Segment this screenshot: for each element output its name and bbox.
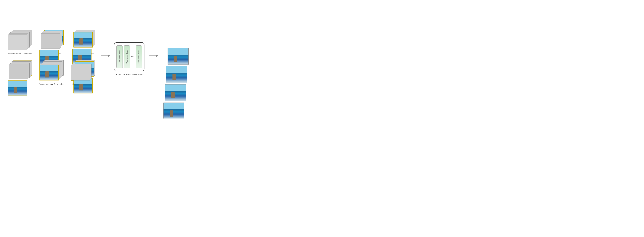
- output-frame-3: [165, 84, 186, 101]
- arrow-2: [144, 53, 162, 58]
- output-section: [162, 48, 190, 71]
- frame-5: [8, 34, 27, 50]
- img2vid-item: Image-to-video Generation: [38, 60, 65, 89]
- bidirectional-item: Bi-directional Video Prediction: [38, 30, 65, 58]
- transformer-block-1-label: Transformer Block: [118, 50, 121, 64]
- input-grid: Unconditional Generation Bi-directional …: [7, 30, 96, 89]
- frame-5: [71, 65, 90, 80]
- bidirectional-stack: [40, 30, 64, 51]
- interpolation-item: Arbitrary Video Interpolation: [7, 60, 33, 89]
- output-frame-2: [166, 66, 187, 83]
- unconditional-stack: [8, 30, 32, 51]
- unconditional-item: Unconditional Generation: [7, 30, 33, 58]
- frame-4: [9, 64, 28, 79]
- arrow-2-icon: [148, 53, 158, 58]
- svg-marker-3: [156, 54, 158, 57]
- transformer-block-3-label: Transformer Block: [138, 50, 140, 64]
- completion-top-stack: [71, 30, 96, 51]
- transformer-dots: ···: [131, 55, 134, 59]
- output-stack: [162, 48, 190, 71]
- svg-marker-1: [108, 54, 110, 57]
- transformer-caption: Video Diffusion Transformer: [116, 73, 142, 76]
- img2vid-stack: [40, 60, 64, 81]
- spatiotemporal-stack: [71, 60, 96, 81]
- arrow-1-icon: [100, 53, 110, 58]
- unconditional-label: Unconditional Generation: [8, 52, 32, 55]
- transformer-section: Transformer Block Transformer Block ··· …: [114, 42, 144, 76]
- frame-5: [8, 80, 27, 96]
- output-frame-4: [163, 102, 184, 118]
- main-diagram: Unconditional Generation Bi-directional …: [0, 0, 322, 118]
- transformer-block-2-label: Transformer Block: [126, 50, 128, 64]
- completion-top-item: Spatial-Temporal Video Completion: [70, 30, 96, 58]
- arrow-1: [96, 53, 114, 58]
- output-frame-1: [168, 48, 188, 65]
- transformer-box-inner: Transformer Block Transformer Block ··· …: [114, 42, 144, 71]
- spatiotemporal-item: Spatial-Temporal Video Completion: [70, 60, 96, 89]
- frame-4: [41, 33, 60, 49]
- frame-3: [74, 32, 93, 48]
- interpolation-stack: [8, 60, 32, 81]
- img2vid-label: Image-to-video Generation: [39, 82, 64, 86]
- frame-5: [40, 65, 59, 80]
- transformer-block-3: Transformer Block: [136, 46, 142, 68]
- transformer-block-2: Transformer Block: [124, 46, 130, 68]
- transformer-block-1: Transformer Block: [116, 46, 123, 68]
